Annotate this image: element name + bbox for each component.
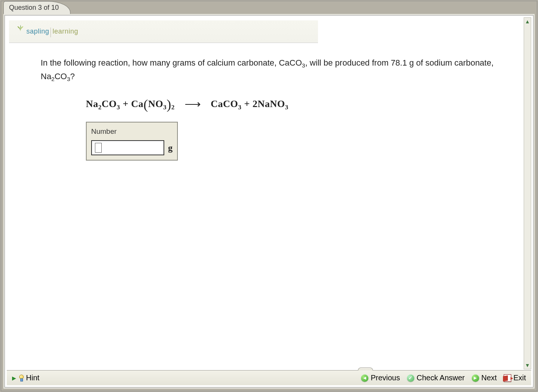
answer-label: Number [91,126,173,137]
hint-button[interactable]: ▶ Hint [12,374,40,382]
eq-caco-sub: 3 [238,104,241,111]
eq-plus2: + 2NaNO [241,98,285,109]
scrollbar[interactable]: ▲ ▼ [524,17,531,369]
eq-plus1: + [120,98,131,109]
eq-rparen: ) [167,97,171,112]
app-frame: Question 3 of 10 Map sapling learning [1,1,537,391]
next-button[interactable]: ► Next [472,374,497,382]
q-text-4: ? [70,72,75,81]
previous-button[interactable]: ◄ Previous [361,374,400,382]
eq-na-sub: 2 [98,104,102,111]
footer-notch [358,368,373,371]
previous-label: Previous [371,374,400,382]
answer-unit: g [168,141,173,155]
q-sub-3: 3 [67,76,70,82]
previous-icon: ◄ [361,374,368,382]
q-sub-1: 3 [302,62,305,69]
logo-text-sapling: sapling [26,28,49,35]
footer-bar: ▶ Hint ◄ Previous ✓ Check Answer ► Next [7,370,531,385]
scroll-up-icon[interactable]: ▲ [524,18,531,25]
logo-text-learning: learning [53,28,78,35]
next-icon: ► [472,374,479,382]
check-icon: ✓ [407,374,414,382]
input-cursor [95,143,102,153]
logo-divider [50,28,51,37]
eq-co1: CO [102,98,117,109]
question-text: In the following reaction, how many gram… [7,43,523,161]
eq-outer-sub: 2 [171,104,175,111]
q-text-1: In the following reaction, how many gram… [41,58,302,67]
question-area: sapling learning In the following reacti… [7,17,523,369]
question-tab[interactable]: Question 3 of 10 [3,1,70,14]
eq-no: NO [148,98,163,109]
hint-label: Hint [26,374,40,382]
leaf-icon [16,24,25,33]
eq-nano-sub: 3 [285,104,289,111]
exit-button[interactable]: Exit [504,374,526,382]
check-answer-button[interactable]: ✓ Check Answer [407,374,465,382]
eq-co1-sub: 3 [117,104,120,111]
eq-caco: CaCO [211,98,238,109]
eq-lparen: ( [144,97,148,112]
answer-box: Number g [86,122,178,161]
q-sub-2: 2 [51,76,55,82]
scroll-down-icon[interactable]: ▼ [524,361,531,369]
eq-no-sub: 3 [163,104,167,111]
reaction-equation: Na2CO3 + Ca(NO3)2⟶CaCO3 + 2NaNO3 [86,92,500,113]
q-text-3: CO [55,72,67,81]
tab-bar: Question 3 of 10 [1,1,537,14]
bulb-icon [18,375,24,381]
play-icon: ▶ [12,375,16,381]
arrow-icon: ⟶ [185,95,201,112]
logo-bar: sapling learning [9,20,318,43]
check-label: Check Answer [417,374,465,382]
exit-label: Exit [514,374,526,382]
answer-input[interactable] [91,140,164,155]
eq-ca: Ca [131,98,144,109]
next-label: Next [481,374,497,382]
content-frame: Map sapling learning In the following re… [3,14,535,389]
question-tab-label: Question 3 of 10 [9,4,59,11]
eq-na: Na [86,98,98,109]
exit-icon [504,374,511,382]
